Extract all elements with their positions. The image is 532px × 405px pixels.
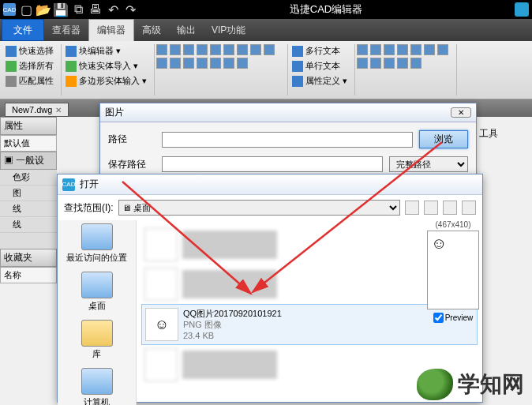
props-section-general[interactable]: ▣ 一般设	[0, 152, 57, 170]
ellipse-tool-icon[interactable]	[223, 44, 234, 55]
array-tool-icon[interactable]	[397, 58, 408, 69]
open-icon[interactable]: 📂	[36, 2, 51, 17]
place-computer[interactable]: 计算机	[58, 368, 136, 405]
trim-tool-icon[interactable]	[437, 44, 448, 55]
polygon-icon	[66, 76, 77, 87]
back-icon[interactable]	[405, 201, 419, 215]
redo-icon[interactable]: ↷	[123, 2, 137, 17]
line-tool-icon[interactable]	[156, 44, 167, 55]
close-dialog-button[interactable]: ✕	[451, 107, 471, 118]
quick-import-button[interactable]: 快速实体导入 ▾	[63, 59, 149, 73]
image-dialog-titlebar: 图片 ✕	[100, 103, 476, 122]
ribbon-group-text: 多行文本 单行文本 属性定义 ▾	[290, 44, 355, 96]
tab-viewer[interactable]: 查看器	[44, 19, 88, 41]
offset-tool-icon[interactable]	[424, 44, 435, 55]
newfolder-icon[interactable]	[443, 201, 457, 215]
quick-select-button[interactable]: 快速选择	[3, 44, 56, 58]
saveall-icon[interactable]: ⧉	[71, 2, 85, 17]
path-input[interactable]	[162, 132, 413, 148]
file-info	[182, 351, 277, 379]
spline-tool-icon[interactable]	[237, 44, 248, 55]
place-libraries[interactable]: 库	[58, 320, 136, 360]
ribbon-group-modify	[357, 44, 457, 96]
path-type-select[interactable]: 完整路径	[389, 156, 468, 172]
save-path-input[interactable]	[162, 156, 383, 172]
match-icon	[6, 76, 17, 87]
save-path-label: 保存路径	[108, 158, 155, 171]
mirror-tool-icon[interactable]	[410, 44, 421, 55]
fillet-tool-icon[interactable]	[370, 58, 381, 69]
prop-layer[interactable]: 图	[0, 186, 57, 201]
ribbon: 快速选择 选择所有 匹配属性 块编辑器 ▾ 快速实体导入 ▾ 多边形实体输入 ▾	[0, 41, 532, 99]
watermark-leaf-icon	[417, 369, 453, 400]
wipe-tool-icon[interactable]	[223, 58, 234, 69]
place-recent[interactable]: 最近访问的位置	[58, 223, 136, 264]
open-dialog-toolbar: 查找范围(I): 🖥 桌面	[58, 195, 482, 220]
tab-vip[interactable]: VIP功能	[204, 19, 253, 41]
file-size: 23.4 KB	[183, 330, 282, 341]
file-type: PNG 图像	[183, 319, 282, 330]
preview-checkbox-input[interactable]	[433, 313, 444, 323]
pline-tool-icon[interactable]	[170, 44, 181, 55]
mtext-button[interactable]: 多行文本	[290, 44, 350, 58]
image-dialog-title: 图片	[105, 106, 124, 119]
prop-linetype[interactable]: 线	[0, 201, 57, 217]
preview-dimensions: (467x410)	[424, 220, 482, 229]
hatch-tool-icon[interactable]	[264, 44, 275, 55]
browse-button[interactable]: 浏览	[419, 130, 468, 148]
file-info	[182, 231, 277, 259]
name-column: 名称	[0, 267, 57, 283]
dim-tool-icon[interactable]	[170, 58, 181, 69]
text-tool-icon[interactable]	[156, 58, 167, 69]
place-desktop[interactable]: 桌面	[58, 272, 136, 312]
block-editor-button[interactable]: 块编辑器 ▾	[63, 44, 149, 58]
block-icon	[66, 46, 77, 57]
leader-tool-icon[interactable]	[183, 58, 194, 69]
undo-icon[interactable]: ↶	[106, 2, 120, 17]
region-tool-icon[interactable]	[210, 58, 221, 69]
range-label: 查找范围(I):	[64, 201, 114, 215]
rotate-tool-icon[interactable]	[384, 44, 395, 55]
table-tool-icon[interactable]	[197, 58, 208, 69]
lookin-select[interactable]: 🖥 桌面	[118, 200, 400, 216]
new-icon[interactable]: ▢	[19, 2, 33, 17]
up-icon[interactable]	[424, 201, 438, 215]
polygon-input-button[interactable]: 多边形实体输入 ▾	[63, 74, 149, 88]
move-tool-icon[interactable]	[357, 44, 368, 55]
file-info	[182, 270, 277, 298]
prop-color[interactable]: 色彩	[0, 170, 57, 186]
file-thumb-icon	[144, 228, 178, 261]
tab-editor[interactable]: 编辑器	[88, 19, 134, 41]
arc-tool-icon[interactable]	[183, 44, 194, 55]
file-thumb-icon	[144, 348, 178, 381]
views-icon[interactable]	[462, 201, 476, 215]
chamfer-tool-icon[interactable]	[384, 58, 395, 69]
rect-tool-icon[interactable]	[210, 44, 221, 55]
extend-tool-icon[interactable]	[357, 58, 368, 69]
stext-button[interactable]: 单行文本	[290, 59, 350, 73]
copy-tool-icon[interactable]	[370, 44, 381, 55]
prop-lineweight[interactable]: 线	[0, 217, 57, 233]
brand-icon	[515, 2, 529, 17]
scale-tool-icon[interactable]	[397, 44, 408, 55]
cloud-tool-icon[interactable]	[237, 58, 248, 69]
point-tool-icon[interactable]	[250, 44, 261, 55]
doc-tab[interactable]: New7.dwg ✕	[5, 103, 69, 117]
cursor-icon	[6, 46, 17, 57]
mtext-icon	[292, 46, 303, 57]
select-all-button[interactable]: 选择所有	[3, 59, 56, 73]
file-menu[interactable]: 文件	[2, 19, 44, 41]
close-tab-icon[interactable]: ✕	[55, 106, 62, 114]
attrdef-button[interactable]: 属性定义 ▾	[290, 74, 350, 88]
explode-tool-icon[interactable]	[410, 58, 421, 69]
print-icon[interactable]: 🖶	[88, 2, 103, 17]
tab-advanced[interactable]: 高级	[134, 19, 169, 41]
tab-output[interactable]: 输出	[169, 19, 204, 41]
preview-checkbox[interactable]: Preview	[424, 313, 482, 323]
props-default[interactable]: 默认值	[0, 135, 57, 152]
match-props-button[interactable]: 匹配属性	[3, 74, 56, 88]
save-icon[interactable]: 💾	[54, 2, 68, 17]
circle-tool-icon[interactable]	[197, 44, 208, 55]
open-dialog-title: 打开	[80, 178, 99, 191]
app-logo-icon: CAD	[3, 3, 16, 16]
